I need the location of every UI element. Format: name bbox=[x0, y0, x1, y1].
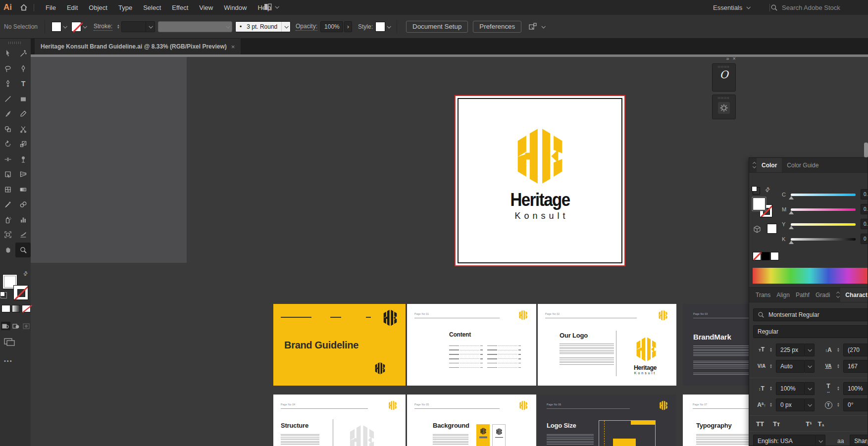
isolate-selected-button[interactable] bbox=[528, 23, 545, 31]
close-icon[interactable]: × bbox=[733, 56, 736, 61]
leading-field[interactable]: (270 bbox=[843, 344, 868, 356]
close-icon[interactable]: × bbox=[231, 43, 235, 50]
gradient-button[interactable] bbox=[12, 305, 21, 312]
scale-tool[interactable] bbox=[15, 137, 31, 152]
shaper-tool[interactable] bbox=[15, 106, 31, 122]
horizontal-scale-field[interactable]: 100% bbox=[843, 382, 868, 395]
tab-character[interactable]: Character bbox=[840, 288, 868, 302]
tab-gradient[interactable]: Gradi bbox=[813, 288, 833, 302]
cyan-slider[interactable] bbox=[791, 194, 856, 196]
collapsed-panel-o-icon[interactable]: O bbox=[719, 69, 728, 81]
cyan-value-field[interactable]: 0. bbox=[861, 189, 868, 199]
artboard-tool[interactable] bbox=[0, 227, 15, 243]
scissors-tool[interactable] bbox=[15, 122, 31, 137]
artboard-content[interactable]: Page No 01 Content bbox=[407, 304, 536, 386]
superscript-button[interactable]: T¹ bbox=[806, 420, 812, 428]
opacity-field[interactable]: 100% bbox=[320, 21, 343, 32]
draw-normal-icon[interactable] bbox=[1, 322, 10, 330]
slider-thumb[interactable] bbox=[789, 241, 794, 244]
leading-stepper[interactable] bbox=[835, 347, 841, 353]
baseline-shift-stepper[interactable] bbox=[768, 402, 774, 408]
stroke-label[interactable]: Stroke: bbox=[94, 23, 112, 31]
slice-tool[interactable] bbox=[15, 227, 31, 243]
free-transform-tool[interactable] bbox=[0, 167, 15, 182]
artboard-structure[interactable]: Page No 04 Structure bbox=[273, 395, 406, 446]
stock-search-input[interactable]: Search Adobe Stock bbox=[770, 0, 840, 15]
puppet-warp-tool[interactable] bbox=[15, 152, 31, 167]
opacity-label[interactable]: Opacity: bbox=[296, 23, 317, 31]
screen-mode-button[interactable] bbox=[4, 338, 15, 346]
graphic-style-picker[interactable] bbox=[375, 22, 390, 32]
font-size-field[interactable]: 225 px bbox=[776, 344, 805, 356]
anti-aliasing-field[interactable]: Sharp bbox=[850, 435, 868, 446]
illustrator-app-icon[interactable]: Ai bbox=[3, 2, 12, 12]
slider-thumb[interactable] bbox=[789, 226, 794, 229]
symbol-sprayer-tool[interactable] bbox=[0, 212, 15, 228]
menu-effect[interactable]: Effect bbox=[166, 4, 194, 11]
black-slider[interactable] bbox=[791, 238, 856, 241]
white-swatch[interactable] bbox=[770, 252, 779, 260]
vertical-scale-field[interactable]: 100% bbox=[776, 382, 805, 395]
rectangle-tool[interactable] bbox=[15, 92, 31, 107]
color-button[interactable] bbox=[1, 305, 10, 312]
kerning-field[interactable]: Auto bbox=[776, 360, 805, 373]
type-tool[interactable]: T bbox=[15, 76, 31, 92]
stroke-weight-combo[interactable] bbox=[121, 21, 155, 32]
style-swatch[interactable] bbox=[375, 22, 385, 32]
subscript-button[interactable]: T₁ bbox=[817, 420, 824, 428]
draw-behind-icon[interactable] bbox=[11, 322, 21, 330]
width-tool[interactable] bbox=[0, 152, 15, 167]
fill-swatch[interactable] bbox=[51, 22, 61, 32]
tab-color-guide[interactable]: Color Guide bbox=[782, 158, 823, 172]
none-button[interactable] bbox=[22, 305, 31, 312]
baseline-shift-field[interactable]: 0 px bbox=[776, 398, 805, 411]
document-tab[interactable]: Heritage Konsult Brand Guideline.ai @ 8.… bbox=[35, 39, 241, 54]
fill-proxy[interactable] bbox=[753, 198, 766, 210]
slider-thumb[interactable] bbox=[789, 211, 794, 214]
collapsed-panel-o[interactable]: O bbox=[712, 63, 736, 92]
artboard-brand-guideline[interactable]: Brand Guideline bbox=[273, 304, 406, 386]
panel-grip[interactable] bbox=[718, 66, 730, 68]
artboard-background[interactable]: Page No 05 Background bbox=[407, 395, 536, 446]
preferences-button[interactable]: Preferences bbox=[473, 21, 521, 33]
chevron-down-icon[interactable] bbox=[816, 435, 825, 446]
blend-tool[interactable] bbox=[15, 197, 31, 212]
yellow-value-field[interactable]: 0. bbox=[861, 219, 868, 229]
perspective-grid-tool[interactable] bbox=[15, 167, 31, 182]
slider-thumb[interactable] bbox=[789, 196, 794, 199]
column-graph-tool[interactable] bbox=[15, 212, 31, 228]
pen-tool[interactable] bbox=[15, 61, 31, 77]
panel-collapse-icon[interactable] bbox=[837, 288, 839, 302]
variable-width-profile-combo[interactable]: • 3 pt. Round bbox=[235, 21, 291, 32]
brush-definition-combo[interactable] bbox=[158, 21, 232, 32]
vertical-scale-stepper[interactable] bbox=[768, 386, 774, 392]
stroke-weight-stepper[interactable] bbox=[115, 24, 121, 29]
gradient-tool[interactable] bbox=[15, 182, 31, 198]
tab-align[interactable]: Align bbox=[773, 288, 793, 302]
magic-wand-tool[interactable] bbox=[15, 46, 31, 61]
small-caps-button[interactable]: Tᴛ bbox=[773, 420, 780, 428]
lasso-tool[interactable] bbox=[0, 61, 15, 77]
yellow-slider[interactable] bbox=[791, 223, 856, 226]
eyedropper-tool[interactable] bbox=[0, 197, 15, 212]
color-spectrum-bar[interactable] bbox=[753, 268, 868, 284]
selection-tool[interactable] bbox=[0, 46, 15, 61]
horizontal-scale-stepper[interactable] bbox=[835, 386, 841, 392]
fill-color-picker[interactable] bbox=[51, 22, 66, 32]
stroke-swatch-none[interactable] bbox=[71, 22, 81, 32]
tab-color[interactable]: Color bbox=[757, 158, 782, 172]
language-field[interactable]: English: USA bbox=[753, 435, 816, 446]
menu-file[interactable]: File bbox=[40, 4, 61, 11]
default-fill-stroke-icon[interactable] bbox=[0, 292, 7, 298]
rotation-stepper[interactable] bbox=[835, 402, 841, 408]
mesh-tool[interactable] bbox=[0, 182, 15, 198]
tab-transform[interactable]: Trans bbox=[749, 288, 773, 302]
menu-type[interactable]: Type bbox=[113, 4, 138, 11]
rotate-tool[interactable] bbox=[0, 137, 15, 152]
line-segment-tool[interactable] bbox=[0, 92, 15, 107]
magenta-value-field[interactable]: 0. bbox=[861, 204, 868, 214]
edit-toolbar-button[interactable]: ••• bbox=[4, 358, 13, 364]
black-swatch[interactable] bbox=[762, 252, 770, 260]
black-value-field[interactable]: 0 bbox=[861, 234, 868, 244]
tracking-field[interactable]: 167 bbox=[843, 360, 868, 373]
